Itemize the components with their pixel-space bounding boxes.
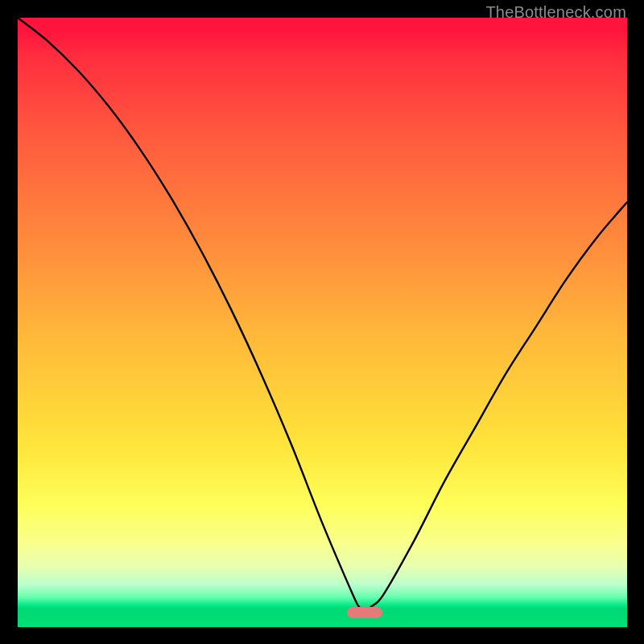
curve-line [18,18,627,613]
minimum-marker-pill [347,607,382,618]
bottleneck-curve [18,18,627,627]
watermark-label: TheBottleneck.com [485,3,626,22]
chart-plot-area [18,18,627,627]
